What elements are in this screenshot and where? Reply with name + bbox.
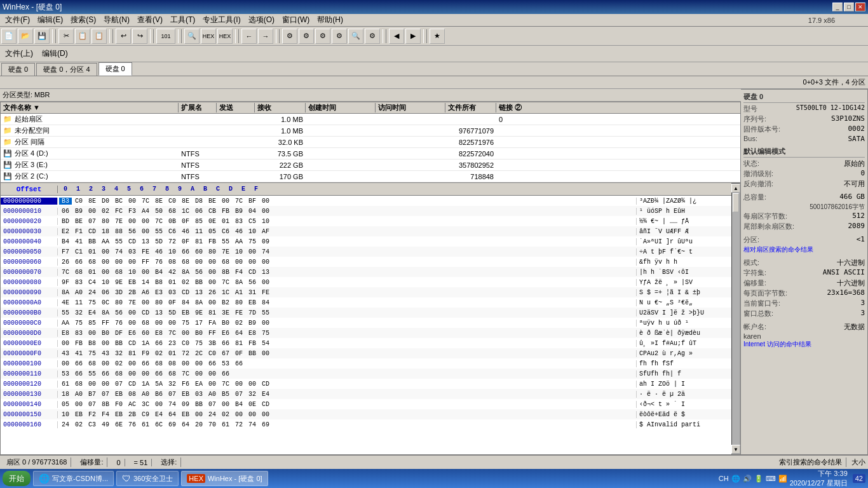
relative-link[interactable]: 相对扇区搜索的命令结果 bbox=[743, 245, 865, 254]
hex-byte[interactable]: 7D bbox=[246, 309, 259, 316]
hex-byte[interactable]: 76 bbox=[112, 320, 125, 327]
hex-byte[interactable]: 00 bbox=[99, 360, 112, 367]
hex-byte[interactable]: 00 bbox=[259, 320, 272, 327]
scroll-track[interactable] bbox=[732, 193, 740, 445]
hex-byte[interactable]: BB bbox=[246, 350, 259, 357]
hex-byte[interactable]: 00 bbox=[59, 360, 72, 367]
hex-byte[interactable]: B9 bbox=[246, 320, 259, 327]
hex-scrollbar[interactable]: ▲ ▼ bbox=[731, 183, 740, 454]
tb-save[interactable]: 💾 bbox=[34, 29, 50, 44]
hex-byte[interactable]: 72 bbox=[233, 421, 245, 428]
hex-byte[interactable]: CD bbox=[86, 228, 98, 235]
hex-byte[interactable]: EB bbox=[179, 391, 192, 398]
hex-byte[interactable]: 50 bbox=[153, 208, 165, 215]
hex-byte[interactable]: 07 bbox=[99, 391, 112, 398]
hex-byte[interactable]: 24 bbox=[86, 289, 98, 296]
hex-byte[interactable]: 10 bbox=[99, 279, 112, 286]
hex-byte[interactable]: 49 bbox=[99, 421, 112, 428]
hex-byte[interactable]: E4 bbox=[153, 411, 165, 418]
hex-byte[interactable]: 5A bbox=[153, 381, 165, 388]
hex-byte[interactable]: 3E bbox=[219, 309, 232, 316]
hex-byte[interactable]: 61 bbox=[219, 421, 232, 428]
hex-byte[interactable]: 85 bbox=[86, 320, 98, 327]
hex-byte[interactable]: 69 bbox=[259, 421, 272, 428]
hex-byte[interactable]: FF bbox=[139, 259, 152, 266]
hex-byte[interactable]: E2 bbox=[59, 228, 72, 235]
hex-byte[interactable]: 8E bbox=[86, 198, 98, 205]
hex-byte[interactable]: 7C bbox=[153, 218, 165, 225]
hex-byte[interactable]: 02 bbox=[112, 360, 125, 367]
hex-byte[interactable]: 02 bbox=[233, 320, 245, 327]
hex-byte[interactable]: 75 bbox=[259, 330, 272, 337]
hex-byte[interactable]: CD bbox=[126, 238, 139, 245]
hex-byte[interactable]: 7C bbox=[219, 279, 232, 286]
hex-byte[interactable]: 0C bbox=[99, 299, 112, 306]
hex-byte[interactable]: 68 bbox=[139, 320, 152, 327]
start-button[interactable]: 开始 bbox=[3, 471, 31, 486]
hex-byte[interactable]: 0F bbox=[233, 350, 245, 357]
hex-byte[interactable]: F2 bbox=[86, 411, 98, 418]
tb-misc5[interactable]: 🔍 bbox=[348, 29, 363, 44]
hex-byte[interactable]: 00 bbox=[126, 320, 139, 327]
hex-byte[interactable]: 02 bbox=[72, 421, 85, 428]
hex-byte[interactable]: 00 bbox=[206, 370, 219, 377]
hex-byte[interactable]: 7E bbox=[219, 248, 232, 255]
hex-byte[interactable]: 8E bbox=[179, 198, 192, 205]
hex-byte[interactable]: 10 bbox=[126, 269, 139, 276]
tb-redo[interactable]: ↪ bbox=[132, 29, 147, 44]
hex-byte[interactable]: 00 bbox=[259, 411, 272, 418]
hex-byte[interactable]: 41 bbox=[72, 238, 85, 245]
hex-byte[interactable]: 66 bbox=[72, 360, 85, 367]
hex-byte[interactable]: 13 bbox=[139, 238, 152, 245]
hex-byte[interactable]: 09 bbox=[259, 238, 272, 245]
tb-new[interactable]: 📄 bbox=[1, 29, 17, 44]
hex-byte[interactable]: 1C bbox=[219, 289, 232, 296]
tb-copy[interactable]: 📋 bbox=[75, 29, 90, 44]
hex-byte[interactable]: 05 bbox=[59, 401, 72, 408]
hex-byte[interactable]: 81 bbox=[193, 238, 205, 245]
hex-byte[interactable]: F1 bbox=[72, 228, 85, 235]
hex-byte[interactable]: E8 bbox=[59, 330, 72, 337]
hex-byte[interactable]: 42 bbox=[166, 269, 179, 276]
hex-byte[interactable]: 00 bbox=[206, 259, 219, 266]
hex-byte[interactable]: 24 bbox=[59, 421, 72, 428]
hex-byte[interactable]: 00 bbox=[139, 228, 152, 235]
hex-byte[interactable]: 00 bbox=[259, 259, 272, 266]
hex-byte[interactable]: AC bbox=[126, 401, 139, 408]
hex-byte[interactable]: 00 bbox=[72, 401, 85, 408]
hex-byte[interactable]: 07 bbox=[206, 401, 219, 408]
hex-byte[interactable]: 02 bbox=[99, 208, 112, 215]
hex-byte[interactable]: 43 bbox=[59, 350, 72, 357]
hex-byte[interactable]: BE bbox=[206, 198, 219, 205]
menu-navigate[interactable]: 导航(N) bbox=[100, 13, 133, 27]
hex-byte[interactable]: 01 bbox=[86, 248, 98, 255]
hex-byte[interactable]: A4 bbox=[139, 208, 152, 215]
tb-search1[interactable]: 🔍 bbox=[184, 29, 200, 44]
hex-byte[interactable]: 02 bbox=[219, 411, 232, 418]
hex-byte[interactable]: 46 bbox=[233, 228, 245, 235]
hex-byte[interactable]: F4 bbox=[99, 411, 112, 418]
menu-options[interactable]: 选项(O) bbox=[245, 13, 278, 27]
hex-byte[interactable]: 00 bbox=[179, 330, 192, 337]
hex-byte[interactable]: CD bbox=[139, 309, 152, 316]
hex-byte[interactable]: 46 bbox=[153, 248, 165, 255]
hex-byte[interactable]: 2B bbox=[126, 289, 139, 296]
hex-byte[interactable]: BB bbox=[112, 340, 125, 347]
hex-byte[interactable]: AF bbox=[259, 228, 272, 235]
hex-byte[interactable]: 00 bbox=[99, 259, 112, 266]
hex-byte[interactable]: EB bbox=[112, 411, 125, 418]
hex-byte[interactable]: A6 bbox=[139, 289, 152, 296]
hex-byte[interactable]: 00 bbox=[153, 401, 165, 408]
tb-search2[interactable]: HEX bbox=[201, 29, 216, 44]
hex-byte[interactable]: FB bbox=[246, 340, 259, 347]
hex-byte[interactable]: 24 bbox=[206, 411, 219, 418]
hex-byte[interactable]: 60 bbox=[193, 248, 205, 255]
hex-byte[interactable]: 60 bbox=[139, 330, 152, 337]
hex-byte[interactable]: 00 bbox=[99, 340, 112, 347]
hex-byte[interactable]: AA bbox=[99, 238, 112, 245]
hex-byte[interactable]: F6 bbox=[179, 381, 192, 388]
hex-byte[interactable]: 81 bbox=[233, 340, 245, 347]
hex-byte[interactable]: DF bbox=[112, 330, 125, 337]
hex-byte[interactable]: 75 bbox=[86, 350, 98, 357]
list-item[interactable]: 📁未分配空间 1.0 MB 976771079 bbox=[1, 125, 740, 137]
